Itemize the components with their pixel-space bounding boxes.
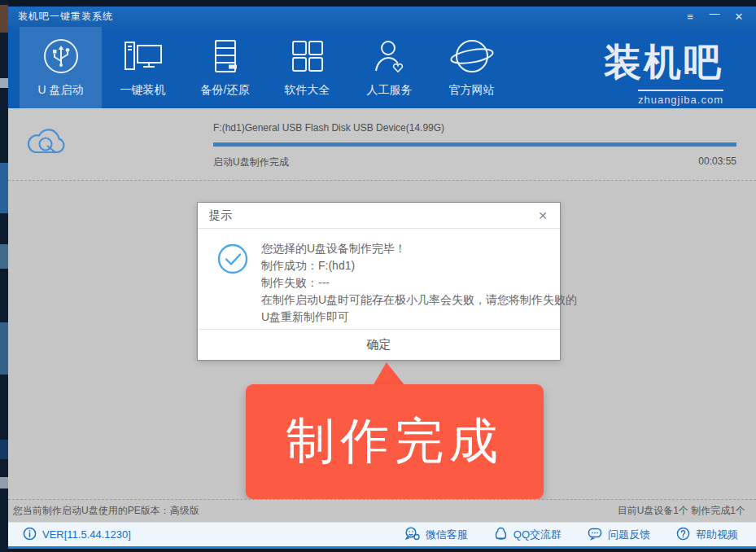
wechat-support-link[interactable]: 微信客服	[404, 527, 468, 543]
progress-bar-fill	[213, 142, 736, 147]
dialog-message-line: 制作成功：F:(hd1)	[261, 257, 545, 274]
version-label: VER[11.5.44.1230]	[42, 528, 131, 541]
completion-dialog: 提示 ✕ 您选择的U盘设备制作完毕！ 制作成功：F:(hd1) 制作失败：---…	[197, 202, 561, 361]
success-check-icon	[216, 243, 249, 278]
support-person-icon	[369, 37, 411, 76]
footer-link-label: 帮助视频	[696, 528, 738, 542]
ok-button[interactable]: 确定	[198, 330, 560, 360]
callout-text: 制作完成	[286, 409, 504, 475]
dialog-footer: 确定	[198, 329, 560, 360]
pe-version-status: 您当前制作启动U盘使用的PE版本：高级版	[13, 504, 199, 518]
wechat-icon	[404, 527, 420, 543]
usb-icon	[40, 37, 82, 76]
desktop-icon-fragment	[0, 244, 8, 269]
desktop-icon-fragment	[0, 5, 8, 33]
nav-item-usb-boot[interactable]: U 盘启动	[20, 27, 102, 108]
help-question-icon	[676, 527, 690, 543]
minimize-button[interactable]: —	[704, 8, 725, 26]
desktop-background	[0, 0, 8, 552]
desktop-icon-fragment	[0, 163, 8, 213]
dialog-close-icon[interactable]: ✕	[534, 207, 552, 225]
menu-button[interactable]: ≡	[680, 8, 701, 26]
footer-links: 微信客服 QQ交流群	[404, 527, 738, 543]
footer-link-label: 问题反馈	[608, 528, 650, 542]
computer-icon	[122, 37, 164, 76]
dialog-message-line: U盘重新制作即可	[261, 309, 545, 326]
help-video-link[interactable]: 帮助视频	[676, 527, 738, 543]
status-bar: 您当前制作启动U盘使用的PE版本：高级版 目前U盘设备1个 制作完成1个	[8, 499, 756, 522]
footer-link-label: QQ交流群	[513, 528, 562, 542]
backup-icon	[204, 37, 247, 76]
titlebar: 装机吧一键重装系统 ≡ — ✕	[8, 7, 756, 27]
nav-item-label: U 盘启动	[38, 83, 84, 98]
dialog-message-line: 在制作启动U盘时可能存在极小几率会失败，请您将制作失败的	[261, 291, 545, 309]
callout-tail	[373, 362, 405, 386]
dialog-message-line: 制作失败：---	[261, 274, 545, 291]
progress-bar	[213, 142, 736, 147]
footer-bar: VER[11.5.44.1230] 微信客服	[8, 522, 756, 546]
qq-icon	[494, 527, 508, 543]
elapsed-time: 00:03:55	[698, 156, 736, 167]
window-bottom-edge	[8, 546, 756, 549]
version-info: VER[11.5.44.1230]	[23, 527, 131, 543]
desktop-icon-fragment	[0, 440, 8, 459]
nav-item-software-collection[interactable]: 软件大全	[266, 27, 348, 108]
app-window: 装机吧一键重装系统 ≡ — ✕	[8, 7, 756, 546]
dialog-body: 您选择的U盘设备制作完毕！ 制作成功：F:(hd1) 制作失败：--- 在制作启…	[198, 229, 560, 326]
nav-item-one-key-install[interactable]: 一键装机	[102, 27, 184, 108]
device-count-status: 目前U盘设备1个 制作完成1个	[618, 504, 745, 518]
dialog-message-line: 您选择的U盘设备制作完毕！	[261, 240, 545, 257]
device-label: F:(hd1)General USB Flash Disk USB Device…	[213, 122, 444, 134]
nav-item-official-website[interactable]: 官方网站	[430, 27, 513, 108]
progress-section: F:(hd1)General USB Flash Disk USB Device…	[8, 108, 756, 181]
main-nav: U 盘启动 一键装机	[8, 27, 756, 108]
nav-item-backup-restore[interactable]: 备份/还原	[184, 27, 266, 108]
nav-item-label: 官方网站	[449, 83, 495, 98]
nav-item-human-service[interactable]: 人工服务	[348, 27, 430, 108]
nav-item-label: 软件大全	[285, 83, 330, 98]
screen: 装机吧一键重装系统 ≡ — ✕	[0, 0, 756, 552]
website-globe-icon	[449, 37, 495, 76]
feedback-bubble-icon	[588, 527, 602, 543]
logo-text: 装机吧	[569, 33, 723, 92]
logo-domain: zhuangjiba.com	[638, 90, 723, 106]
window-title: 装机吧一键重装系统	[8, 10, 113, 24]
cloud-download-icon	[23, 121, 70, 165]
feedback-link[interactable]: 问题反馈	[588, 527, 650, 543]
apps-grid-icon	[286, 37, 329, 76]
info-icon	[23, 527, 37, 543]
brand-logo: 装机吧 zhuangjiba.com	[569, 33, 723, 107]
progress-status: 启动U盘制作完成	[213, 156, 289, 169]
completion-callout: 制作完成	[246, 384, 544, 499]
close-button[interactable]: ✕	[728, 8, 749, 26]
desktop-icon-fragment	[0, 322, 8, 375]
desktop-icon-fragment	[0, 78, 8, 88]
footer-link-label: 微信客服	[426, 528, 468, 542]
nav-item-label: 一键装机	[120, 83, 166, 98]
window-controls: ≡ — ✕	[680, 7, 749, 27]
dialog-header: 提示 ✕	[198, 203, 560, 229]
nav-item-label: 人工服务	[367, 83, 413, 98]
nav-item-label: 备份/还原	[201, 83, 250, 98]
content-area: 提示 ✕ 您选择的U盘设备制作完毕！ 制作成功：F:(hd1) 制作失败：---…	[8, 181, 756, 499]
dialog-title: 提示	[209, 208, 232, 223]
desktop-icon-fragment	[0, 477, 8, 488]
qq-group-link[interactable]: QQ交流群	[494, 527, 562, 543]
